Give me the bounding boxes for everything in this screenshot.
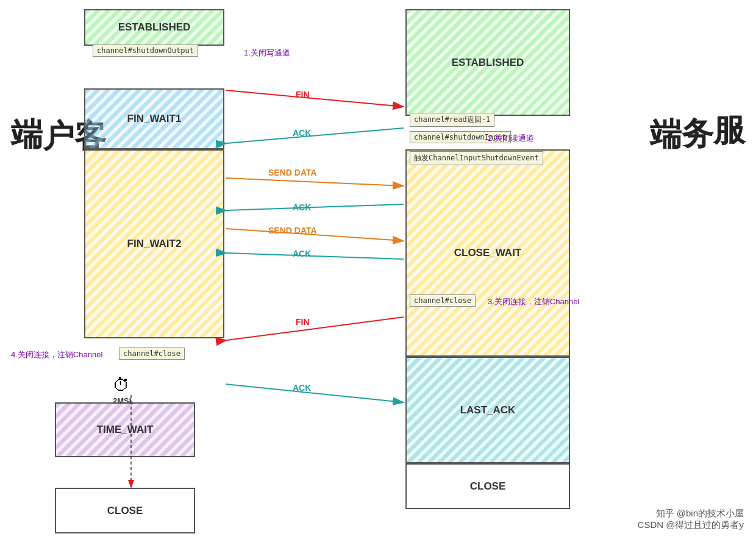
fin-wait2-box: FIN_WAIT2	[84, 149, 224, 338]
shutdown-output-label: channel#shutdownOutput	[93, 45, 198, 57]
trigger-event-label: 触发ChannelInputShutdownEvent	[410, 151, 543, 165]
timer-label: 2MSL	[113, 396, 134, 405]
svg-line-12	[227, 317, 404, 340]
fin-wait1-box: FIN_WAIT1	[84, 88, 224, 149]
tcp-close-diagram: { "title": "TCP Four-Way Handshake Close…	[0, 0, 756, 542]
svg-line-8	[226, 178, 404, 186]
server-label: 服务端	[650, 91, 745, 96]
close-right-box: CLOSE	[405, 463, 570, 509]
note2: 2.关闭读通道	[488, 133, 534, 144]
read-return-label: channel#read返回-1	[410, 113, 494, 127]
timer-icon: ⏱	[113, 375, 130, 395]
last-ack-box: LAST_ACK	[405, 357, 570, 463]
fin1-label: FIN	[296, 90, 310, 99]
close-left-box: CLOSE	[55, 488, 195, 533]
send-data1-label: SEND DATA	[268, 168, 317, 177]
fin2-label: FIN	[296, 317, 310, 327]
ack2-label: ACK	[293, 202, 311, 212]
watermark: 知乎 @bin的技术小屋 CSDN @得过且过的勇者y	[638, 508, 744, 531]
note4: 4.关闭连接，注销Channel	[11, 349, 102, 360]
channel-close-left-label: channel#close	[119, 348, 185, 360]
channel-close-right-label: channel#close	[410, 294, 476, 307]
ack3-label: ACK	[293, 249, 311, 259]
ack1-label: ACK	[293, 128, 311, 138]
note3: 3.关闭连接，注销Channel	[488, 296, 579, 307]
established-left-box: ESTABLISHED	[84, 9, 224, 46]
svg-line-9	[227, 204, 404, 210]
time-wait-box: TIME_WAIT	[55, 402, 195, 457]
note1: 1.关闭写通道	[244, 48, 290, 59]
svg-line-7	[227, 128, 404, 143]
ack4-label: ACK	[293, 383, 311, 393]
svg-line-6	[226, 90, 404, 107]
send-data2-label: SEND DATA	[268, 226, 317, 235]
established-right-box: ESTABLISHED	[405, 9, 570, 116]
close-wait-box: CLOSE_WAIT	[405, 149, 570, 357]
svg-line-13	[226, 384, 404, 402]
svg-line-11	[227, 253, 404, 259]
